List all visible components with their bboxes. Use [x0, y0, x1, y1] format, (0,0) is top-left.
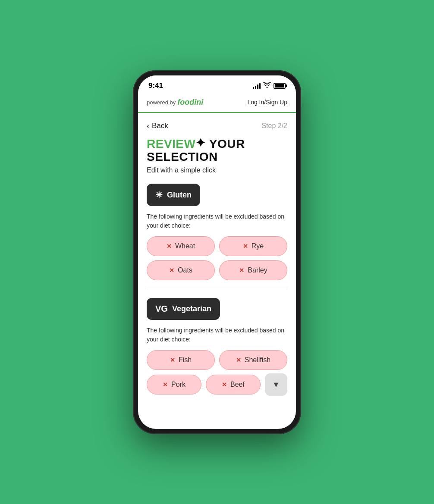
title-green: REVIEW [147, 137, 195, 150]
ingredient-fish[interactable]: ✕ Fish [147, 350, 215, 370]
step-indicator: Step 2/2 [261, 122, 287, 130]
vegetarian-ingredients: ✕ Fish ✕ Shellfish [147, 350, 287, 370]
status-icons [253, 82, 286, 89]
login-link[interactable]: Log In/Sign Up [247, 99, 287, 106]
gluten-label: Gluten [167, 191, 192, 200]
top-bar: powered by foodini Log In/Sign Up [138, 94, 296, 113]
page-title: REVIEW✦ YOUR SELECTION [147, 138, 287, 164]
ingredient-rye[interactable]: ✕ Rye [219, 236, 287, 256]
spark-icon: ✦ [195, 137, 206, 150]
status-time: 9:41 [148, 81, 163, 90]
ingredient-wheat[interactable]: ✕ Wheat [147, 236, 215, 256]
ingredient-beef-label: Beef [230, 381, 245, 388]
vegetarian-exclusion-text: The following ingredients will be exclud… [147, 326, 287, 344]
ingredient-shellfish-label: Shellfish [245, 356, 270, 364]
powered-by-text: powered by [147, 99, 176, 106]
signal-icon [253, 83, 261, 89]
back-arrow-icon: ‹ [147, 122, 149, 131]
back-label: Back [152, 122, 168, 130]
ingredient-rye-label: Rye [252, 242, 264, 250]
ingredient-oats[interactable]: ✕ Oats [147, 260, 215, 280]
ingredient-beef[interactable]: ✕ Beef [206, 375, 261, 394]
gluten-section: ✳ Gluten The following ingredients will … [147, 184, 287, 280]
ingredient-pork[interactable]: ✕ Pork [147, 375, 201, 394]
gluten-ingredients: ✕ Wheat ✕ Rye ✕ Oats ✕ Barley [147, 236, 287, 280]
vegetarian-label: Vegetarian [172, 304, 211, 313]
logo: foodini [177, 98, 203, 107]
subtitle: Edit with a simple click [147, 166, 287, 174]
wifi-icon [263, 82, 271, 89]
remove-rye-icon: ✕ [243, 243, 248, 250]
remove-shellfish-icon: ✕ [236, 357, 241, 363]
remove-beef-icon: ✕ [222, 381, 227, 388]
expand-button[interactable]: ▼ [265, 373, 287, 396]
phone-screen: 9:41 [138, 75, 296, 429]
section-divider [147, 289, 287, 289]
vegetarian-button[interactable]: VG Vegetarian [147, 298, 220, 320]
remove-oats-icon: ✕ [169, 267, 174, 274]
ingredient-shellfish[interactable]: ✕ Shellfish [219, 350, 287, 370]
status-bar: 9:41 [138, 75, 296, 94]
ingredient-wheat-label: Wheat [175, 242, 195, 250]
gluten-button[interactable]: ✳ Gluten [147, 184, 200, 206]
ingredient-barley-label: Barley [248, 266, 267, 274]
remove-barley-icon: ✕ [239, 267, 244, 274]
phone-frame: 9:41 [133, 70, 301, 434]
powered-by: powered by foodini [147, 98, 203, 107]
ingredient-pork-label: Pork [171, 381, 186, 388]
gluten-exclusion-text: The following ingredients will be exclud… [147, 212, 287, 230]
back-button[interactable]: ‹ Back [147, 122, 168, 131]
ingredient-oats-label: Oats [178, 266, 192, 274]
remove-pork-icon: ✕ [163, 381, 168, 388]
chevron-down-icon: ▼ [272, 380, 280, 389]
vegetarian-section: VG Vegetarian The following ingredients … [147, 298, 287, 396]
nav-row: ‹ Back Step 2/2 [147, 122, 287, 131]
vegetarian-icon: VG [155, 304, 168, 314]
last-ingredient-row: ✕ Pork ✕ Beef ▼ [147, 373, 287, 396]
main-content: ‹ Back Step 2/2 REVIEW✦ YOUR SELECTION E… [138, 113, 296, 412]
ingredient-fish-label: Fish [179, 356, 192, 364]
gluten-icon: ✳ [155, 190, 163, 200]
ingredient-barley[interactable]: ✕ Barley [219, 260, 287, 280]
remove-fish-icon: ✕ [170, 357, 175, 363]
battery-icon [274, 83, 286, 89]
remove-wheat-icon: ✕ [167, 243, 172, 250]
